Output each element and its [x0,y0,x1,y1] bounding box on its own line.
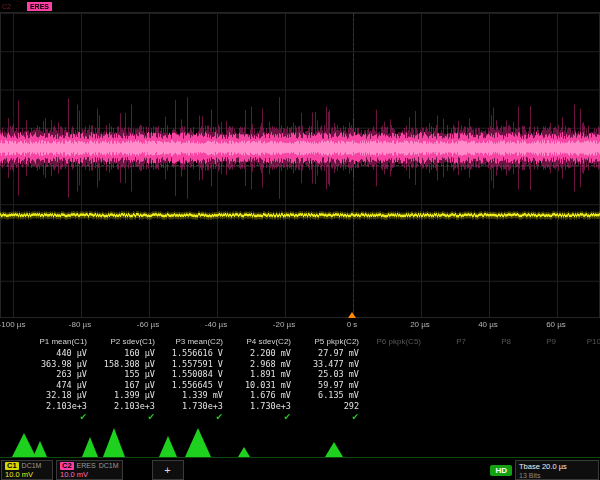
measure-value-cell: 59.97 mV [294,380,362,391]
histogram-trace-canvas [0,424,600,459]
measure-value-cell: 1.557591 V [158,359,226,370]
c1-chip: C1 [5,462,19,470]
timebase-value: 20.0 µs [542,462,567,471]
measure-status-check: ✔ [22,411,90,423]
axis-tick-label: -100 µs [0,320,25,329]
waveform-canvas [0,0,600,320]
measurement-table: P1 mean(C1) P2 sdev(C1) P3 mean(C2) P4 s… [0,336,600,423]
measure-header-cell[interactable]: P4 sdev(C2) [226,336,294,348]
measure-header-cell[interactable]: P7 [424,336,469,348]
measure-value-cell: 160 µV [90,348,158,359]
measure-value-cell: 1.556616 V [158,348,226,359]
bottom-status-bar: C1 DC1M 10.0 mV C2 ERES DC1M 10.0 mV + H… [0,459,600,480]
measure-value-cell: 440 µV [22,348,90,359]
measure-header-cell[interactable]: P2 sdev(C1) [90,336,158,348]
top-left-dim-label: C2 [2,2,11,11]
axis-tick-label: 20 µs [410,320,430,329]
axis-tick-label: -60 µs [137,320,159,329]
measure-status-check: ✔ [226,411,294,423]
timebase-bits: 13 Bits [519,471,595,480]
measure-value-cell: 1.550084 V [158,369,226,380]
timebase-label: Tbase [519,462,540,471]
measure-status-check: ✔ [158,411,226,423]
trigger-time-marker[interactable] [348,312,356,318]
measure-value-cell: 263 µV [22,369,90,380]
channel-c2-descriptor[interactable]: C2 ERES DC1M 10.0 mV [56,460,123,480]
measure-row-min: 263 µV 155 µV 1.550084 V 1.891 mV 25.03 … [0,369,600,380]
measure-header-cell[interactable]: P9 [514,336,559,348]
c1-coupling: DC1M [22,461,42,470]
measure-header-cell[interactable]: P5 pkpk(C2) [294,336,362,348]
measure-row-max: 474 µV 167 µV 1.556645 V 10.031 mV 59.97… [0,380,600,391]
measure-header-row: P1 mean(C1) P2 sdev(C1) P3 mean(C2) P4 s… [0,336,600,348]
c2-chip: C2 [60,462,74,470]
measure-value-cell: 2.968 mV [226,359,294,370]
measure-value-cell: 1.730e+3 [226,401,294,412]
bottom-bar-spacer [187,460,488,480]
measure-header-cell[interactable]: P10 [559,336,600,348]
c1-scale: 10.0 mV [5,470,49,479]
measure-value-cell: 2.103e+3 [90,401,158,412]
timebase-descriptor[interactable]: Tbase 20.0 µs 13 Bits [515,460,599,480]
measure-row-sdev: 32.18 µV 1.399 µV 1.339 mV 1.676 mV 6.13… [0,390,600,401]
measure-value-cell: 1.339 mV [158,390,226,401]
measure-row-num: 2.103e+3 2.103e+3 1.730e+3 1.730e+3 292 [0,401,600,412]
measure-value-cell: 1.730e+3 [158,401,226,412]
measure-value-cell: 292 [294,401,362,412]
c2-scale: 10.0 mV [60,470,119,479]
axis-tick-label: 60 µs [546,320,566,329]
axis-tick-label: -80 µs [69,320,91,329]
channel-c1-descriptor[interactable]: C1 DC1M 10.0 mV [1,460,53,480]
measure-header-cell[interactable]: P3 mean(C2) [158,336,226,348]
measure-value-cell: 6.135 mV [294,390,362,401]
axis-tick-label: -40 µs [205,320,227,329]
hd-mode-badge[interactable]: HD [490,465,512,476]
measure-value-cell: 27.97 mV [294,348,362,359]
measure-value-cell: 25.03 mV [294,369,362,380]
measure-value-cell: 167 µV [90,380,158,391]
measure-header-cell[interactable]: P6 pkpk(C5) [362,336,424,348]
measure-value-cell: 1.556645 V [158,380,226,391]
timebase-axis: -100 µs -80 µs -60 µs -40 µs -20 µs 0 s … [0,319,600,333]
axis-tick-label: 0 s [347,320,358,329]
axis-tick-label: 40 µs [478,320,498,329]
measure-value-cell: 474 µV [22,380,90,391]
eres-badge[interactable]: ERES [27,2,52,11]
top-left-indicators: C2 ERES [2,2,52,11]
measure-status-check: ✔ [90,411,158,423]
measure-row-value: 440 µV 160 µV 1.556616 V 2.200 mV 27.97 … [0,348,600,359]
c2-coupling: DC1M [99,461,119,470]
measure-header-cell[interactable]: P8 [469,336,514,348]
measure-value-cell: 155 µV [90,369,158,380]
measure-value-cell: 1.399 µV [90,390,158,401]
measure-value-cell: 32.18 µV [22,390,90,401]
measure-value-cell: 10.031 mV [226,380,294,391]
add-trace-button[interactable]: + [152,460,184,480]
oscilloscope-screen: C2 ERES -100 µs -80 µs -60 µs -40 µs -20… [0,0,600,480]
measure-value-cell: 33.477 mV [294,359,362,370]
measure-row-mean: 363.98 µV 158.308 µV 1.557591 V 2.968 mV… [0,359,600,370]
measure-value-cell: 158.308 µV [90,359,158,370]
measure-value-cell: 1.891 mV [226,369,294,380]
measure-header-cell[interactable]: P1 mean(C1) [22,336,90,348]
measure-value-cell: 2.103e+3 [22,401,90,412]
measure-value-cell: 2.200 mV [226,348,294,359]
measure-status-check: ✔ [294,411,362,423]
axis-tick-label: -20 µs [273,320,295,329]
measure-status-row: ✔ ✔ ✔ ✔ ✔ [0,411,600,423]
measure-value-cell: 363.98 µV [22,359,90,370]
c2-eres-mode: ERES [77,461,96,470]
measure-value-cell: 1.676 mV [226,390,294,401]
